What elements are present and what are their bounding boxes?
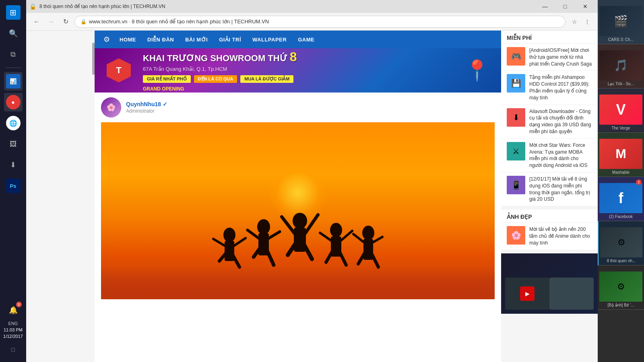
photoshop-icon[interactable]: Ps: [4, 177, 23, 195]
separator: [5, 68, 21, 68]
browser-window: 🔒 8 thói quen nhỏ để tạo nên hạnh phúc l…: [26, 0, 598, 362]
verified-badge: ✓: [163, 101, 167, 107]
photos-inner: 🖼: [6, 137, 21, 151]
banner-tag2: ĐẾN LÀ CÓ QUÀ: [194, 75, 237, 83]
minimize-button[interactable]: —: [536, 0, 554, 13]
video-preview-right: [549, 278, 594, 310]
url-bar[interactable]: 🔒 www.techrum.vn · 8 thói quen nhỏ để tạ…: [74, 16, 566, 28]
nav-dien-dan[interactable]: DIỄN ĐÀN: [142, 31, 180, 48]
tab-facebook[interactable]: 2 f (2) Facebook: [598, 177, 644, 221]
thumb-anh-dep-0: 🌸: [507, 226, 525, 245]
sidebar-item-1[interactable]: 💾 Tặng miễn phí Ashampoo HDD Control 201…: [501, 71, 598, 105]
app2-icon[interactable]: ●: [4, 93, 23, 111]
right-sidebar: MIỄN PHÍ 🎮 [Android/iOS/Free] Mời chơi t…: [501, 31, 598, 362]
video-section: ▶ ▶: [501, 253, 598, 314]
close-button[interactable]: ✕: [576, 0, 594, 13]
svg-line-5: [233, 238, 246, 246]
banner-number: 8: [290, 49, 297, 64]
nav-home[interactable]: HOME: [114, 31, 142, 48]
ps-inner: Ps: [6, 179, 21, 193]
app2-inner: ●: [6, 95, 21, 109]
tab-bo-anh[interactable]: ⚙ [Bộ ảnh] Bé '...: [598, 265, 644, 310]
window-title: 8 thói quen nhỏ để tạo nên hạnh phúc lớn…: [39, 4, 533, 9]
tab-verge[interactable]: V The Verge: [598, 88, 644, 133]
settings-icon[interactable]: ⚙: [99, 32, 114, 47]
forward-button[interactable]: →: [45, 16, 57, 27]
author-name-row: QuynhNhu18 ✓: [126, 101, 167, 107]
facebook-badge: 2: [636, 179, 642, 185]
more-button[interactable]: ⋮: [582, 16, 593, 27]
sidebar-item-3[interactable]: ⚔ Mời chơi Star Wars: Force Arena: Tựa g…: [501, 139, 598, 173]
video-thumb[interactable]: ▶ ▶: [501, 253, 598, 314]
show-desktop[interactable]: □: [4, 340, 23, 359]
banner-title-text: KHAI TRƯƠNG SHOWROOM THỨ: [143, 53, 287, 63]
photos-icon[interactable]: 🖼: [4, 135, 23, 153]
notification-badge: 8: [16, 302, 22, 307]
back-button[interactable]: ←: [31, 16, 42, 27]
bookmark-button[interactable]: ☆: [569, 16, 580, 27]
svg-line-29: [372, 237, 382, 243]
search-button[interactable]: 🔍: [4, 24, 23, 43]
banner-ad[interactable]: T KHAI TRƯƠNG SHOWROOM THỨ 8 67A Trần Qu…: [95, 48, 501, 93]
tab-thumb-8thoi: ⚙: [600, 227, 642, 257]
svg-point-18: [330, 223, 342, 237]
people-silhouette: [197, 187, 398, 287]
svg-point-6: [257, 219, 270, 234]
search-icon: 🔍: [6, 26, 21, 41]
notification-icon[interactable]: 🔔 8: [4, 301, 23, 319]
tab-cars3[interactable]: 🎬 CARS 3: Ch...: [598, 0, 644, 44]
thumb-0: 🎮: [507, 47, 525, 66]
tab-label-facebook: (2) Facebook: [609, 214, 633, 219]
nav-game[interactable]: GAME: [292, 31, 320, 48]
page-left-margin: [26, 31, 95, 362]
start-button[interactable]: ⊞: [4, 3, 23, 22]
url-path: 8 thói quen nhỏ để tạo nên hạnh phúc lớn…: [132, 19, 269, 25]
banner-text: KHAI TRƯƠNG SHOWROOM THỨ 8 67A Trần Quan…: [135, 49, 453, 92]
chrome-icon[interactable]: 🌐: [4, 114, 23, 132]
app1-icon[interactable]: 📊: [4, 72, 23, 90]
tab-lac-troi[interactable]: 🎵 Lạc Trôi - So...: [598, 44, 644, 88]
taskbar-bottom: 🔔 8 ENG 11:03 PM 1/12/2017 □: [3, 301, 23, 359]
nav-giai-tri[interactable]: GIẢI TRÍ: [213, 31, 247, 48]
sidebar-item-4[interactable]: 📱 [12/01/17] Mời tải về 8 ứng dụng iOS đ…: [501, 173, 598, 206]
lang-indicator: ENG: [8, 321, 18, 326]
svg-line-4: [213, 239, 225, 246]
site-nav: ⚙ HOME DIỄN ĐÀN BÀI MỚI GIẢI TRÍ WALLPAP…: [95, 31, 501, 48]
banner-right: 📍: [453, 48, 501, 93]
mien-phi-title: MIỄN PHÍ: [501, 31, 598, 44]
anh-dep-section: ẢNH ĐẸP 🌸 Mời tải về bộ ảnh nền 200 tấm …: [501, 210, 598, 250]
nav-bai-moi[interactable]: BÀI MỚI: [180, 31, 213, 48]
sidebar-item-0[interactable]: 🎮 [Android/iOS/Free] Mời chơi thử tựa ga…: [501, 44, 598, 71]
maximize-button[interactable]: □: [556, 0, 574, 13]
main-area: ⚙ HOME DIỄN ĐÀN BÀI MỚI GIẢI TRÍ WALLPAP…: [95, 31, 501, 362]
taskview-button[interactable]: ⧉: [4, 45, 23, 64]
tab-label-cars3: CARS 3: Ch...: [608, 37, 634, 42]
item-text-4: [12/01/17] Mời tải về 8 ứng dụng iOS đan…: [529, 176, 592, 203]
tab-mashable[interactable]: M Mashable: [598, 133, 644, 177]
download-icon[interactable]: ⬇: [4, 156, 23, 174]
url-text: www.techrum.vn · 8 thói quen nhỏ để tạo …: [89, 19, 559, 25]
refresh-button[interactable]: ↻: [60, 16, 71, 27]
nav-wallpaper[interactable]: WALLPAPER: [247, 31, 292, 48]
author-role: Administrator: [126, 108, 167, 114]
sidebar-item-anh-dep-0[interactable]: 🌸 Mời tải về bộ ảnh nền 200 tấm chủ đề A…: [501, 223, 598, 250]
windows-icon: ⊞: [6, 5, 21, 20]
dl-inner: ⬇: [6, 158, 21, 172]
tab-thumb-mashable: M: [599, 139, 642, 169]
tab-8thoi-quen[interactable]: ⚙ 8 thói quen nh...: [598, 221, 644, 265]
banner-grand-opening: GRAND OPENING: [143, 86, 445, 92]
banner-logo: T: [103, 54, 135, 86]
title-bar: 🔒 8 thói quen nhỏ để tạo nên hạnh phúc l…: [26, 0, 598, 13]
svg-point-0: [223, 228, 235, 242]
logo-inner: T: [107, 58, 131, 82]
taskview-icon: ⧉: [6, 47, 21, 62]
author-row: 🌸 QuynhNhu18 ✓ Administrator: [95, 93, 501, 122]
sidebar-item-2[interactable]: ⬇ Ailavsoft Downloader - Công cụ tải và …: [501, 105, 598, 139]
tab-thumb-verge: V: [599, 95, 642, 125]
item-text-3: Mời chơi Star Wars: Force Arena: Tựa gam…: [529, 142, 592, 169]
svg-point-12: [293, 213, 307, 229]
clock-date: 1/12/2017: [3, 334, 23, 339]
thumb-3: ⚔: [507, 142, 525, 160]
banner-tag1: GIÁ RẺ NHẤT PHỐ: [143, 75, 191, 83]
tab-thumb-cars3: 🎬: [599, 6, 642, 36]
